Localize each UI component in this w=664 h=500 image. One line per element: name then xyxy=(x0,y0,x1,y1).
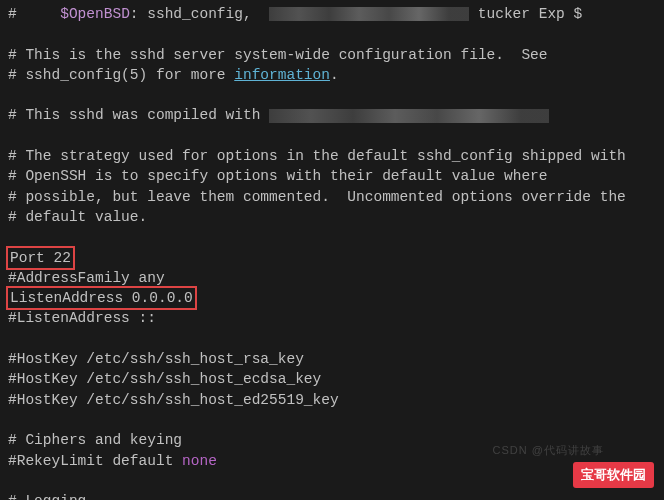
terminal-view[interactable]: # $OpenBSD: sshd_config, tucker Exp $ # … xyxy=(0,0,664,500)
compiled-line: # This sshd was compiled with xyxy=(8,105,656,125)
blank-line xyxy=(8,24,656,44)
intro-line-1: # This is the sshd server system-wide co… xyxy=(8,45,656,65)
redacted-block xyxy=(269,7,469,21)
blank-line xyxy=(8,227,656,247)
intro-line-2: # sshd_config(5) for more information. xyxy=(8,65,656,85)
openbsd-variable: $OpenBSD xyxy=(60,6,130,22)
blank-line xyxy=(8,471,656,491)
strategy-line-2: # OpenSSH is to specify options with the… xyxy=(8,166,656,186)
port-highlight-box: Port 22 xyxy=(6,246,75,270)
file-header-line: # $OpenBSD: sshd_config, tucker Exp $ xyxy=(8,4,656,24)
listen-highlight-box: ListenAddress 0.0.0.0 xyxy=(6,286,197,310)
header-filename: : sshd_config, xyxy=(130,6,252,22)
strategy-line-4: # default value. xyxy=(8,207,656,227)
redacted-block xyxy=(269,109,549,123)
none-keyword: none xyxy=(182,453,217,469)
brand-watermark: 宝哥软件园 xyxy=(573,462,654,488)
hostkey-rsa-line: #HostKey /etc/ssh/ssh_host_rsa_key xyxy=(8,349,656,369)
hostkey-ecdsa-line: #HostKey /etc/ssh/ssh_host_ecdsa_key xyxy=(8,369,656,389)
listen-address-line: ListenAddress 0.0.0.0 xyxy=(8,288,656,308)
header-suffix: tucker Exp $ xyxy=(478,6,582,22)
strategy-line-3: # possible, but leave them commented. Un… xyxy=(8,187,656,207)
information-link[interactable]: information xyxy=(234,67,330,83)
port-line: Port 22 xyxy=(8,248,656,268)
addressfamily-line: #AddressFamily any xyxy=(8,268,656,288)
blank-line xyxy=(8,329,656,349)
hostkey-ed25519-line: #HostKey /etc/ssh/ssh_host_ed25519_key xyxy=(8,390,656,410)
logging-header-line: # Logging xyxy=(8,491,656,500)
credit-watermark: CSDN @代码讲故事 xyxy=(493,443,604,458)
hash-char: # xyxy=(8,6,17,22)
blank-line xyxy=(8,126,656,146)
blank-line xyxy=(8,85,656,105)
strategy-line-1: # The strategy used for options in the d… xyxy=(8,146,656,166)
blank-line xyxy=(8,410,656,430)
listen-address-ipv6-line: #ListenAddress :: xyxy=(8,308,656,328)
